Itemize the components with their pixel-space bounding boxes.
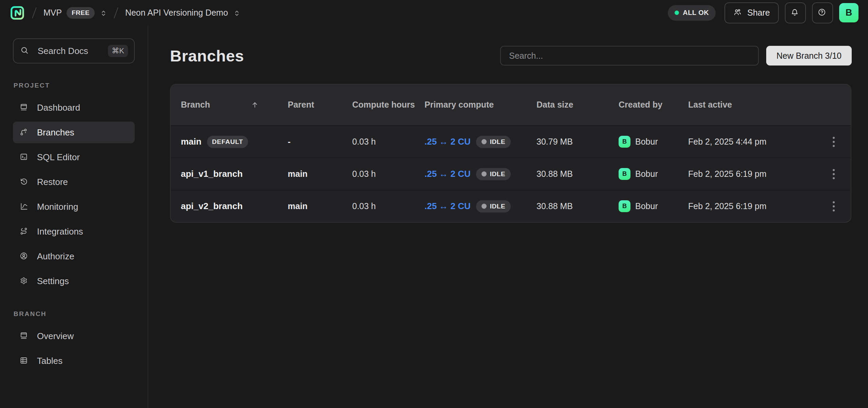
- column-header-created-by: Created by: [619, 99, 688, 110]
- search-icon: [20, 46, 30, 56]
- column-header-last-active: Last active: [688, 99, 817, 110]
- plan-badge: FREE: [67, 7, 95, 19]
- default-badge: DEFAULT: [207, 136, 248, 148]
- breadcrumb-org[interactable]: MVP FREE: [43, 7, 107, 19]
- state-dot-icon: [482, 171, 487, 177]
- chevron-selector-icon: [99, 9, 107, 17]
- status-dot-icon: [675, 11, 679, 15]
- branch-name[interactable]: main: [181, 136, 202, 147]
- creator-name: Bobur: [635, 169, 658, 179]
- last-active: Feb 2, 2025 4:44 pm: [688, 137, 817, 147]
- primary-compute-link[interactable]: .25 ↔ 2 CU: [424, 136, 471, 147]
- settings-icon: [20, 277, 29, 286]
- creator-avatar: B: [619, 200, 630, 212]
- sidebar-item-monitoring[interactable]: Monitoring: [13, 196, 135, 218]
- state-dot-icon: [482, 204, 487, 209]
- sidebar: Search Docs ⌘K PROJECT Dashboard Branche…: [0, 25, 148, 408]
- integrations-icon: [20, 227, 29, 236]
- org-name: MVP: [43, 8, 62, 18]
- help-icon: [818, 8, 827, 18]
- column-header-primary-compute: Primary compute: [424, 99, 536, 110]
- search-docs-label: Search Docs: [38, 46, 108, 56]
- page-title: Branches: [170, 47, 244, 65]
- table-row[interactable]: main DEFAULT - 0.03 h .25 ↔ 2 CU IDLE 30…: [171, 125, 851, 157]
- sidebar-item-dashboard[interactable]: Dashboard: [13, 97, 135, 118]
- users-icon: [733, 8, 743, 18]
- authorize-icon: [20, 252, 29, 261]
- data-size: 30.88 MB: [536, 169, 619, 179]
- notifications-button[interactable]: [785, 2, 806, 23]
- branches-table: Branch Parent Compute hours Primary comp…: [170, 84, 851, 223]
- column-header-compute-hours: Compute hours: [352, 99, 424, 110]
- search-docs-button[interactable]: Search Docs ⌘K: [13, 38, 135, 63]
- creator-avatar: B: [619, 168, 630, 180]
- sidebar-item-settings[interactable]: Settings: [13, 270, 135, 292]
- top-bar: MVP FREE Neon API Versioning Demo ALL OK…: [0, 0, 868, 25]
- chevron-selector-icon: [233, 9, 240, 17]
- help-button[interactable]: [812, 2, 833, 23]
- branch-name[interactable]: api_v2_branch: [181, 201, 243, 211]
- sidebar-item-branches[interactable]: Branches: [13, 122, 135, 143]
- table-header-row: Branch Parent Compute hours Primary comp…: [171, 85, 851, 125]
- parent-branch: main: [288, 169, 352, 179]
- sidebar-item-sql-editor[interactable]: SQL Editor: [13, 146, 135, 168]
- breadcrumb-separator: [32, 7, 37, 18]
- parent-branch: main: [288, 201, 352, 211]
- compute-hours: 0.03 h: [352, 169, 424, 179]
- project-name: Neon API Versioning Demo: [125, 8, 228, 18]
- sidebar-section-project: PROJECT Dashboard Branches SQL Editor Re…: [13, 82, 135, 292]
- sidebar-item-restore[interactable]: Restore: [13, 171, 135, 193]
- row-menu-button[interactable]: [829, 133, 838, 150]
- branch-name[interactable]: api_v1_branch: [181, 169, 243, 179]
- compute-state-badge: IDLE: [476, 136, 511, 148]
- sidebar-item-authorize[interactable]: Authorize: [13, 245, 135, 267]
- tables-icon: [20, 356, 29, 366]
- creator-avatar: B: [619, 136, 630, 148]
- row-menu-button[interactable]: [829, 166, 838, 183]
- last-active: Feb 2, 2025 6:19 pm: [688, 169, 817, 179]
- share-button[interactable]: Share: [724, 2, 779, 23]
- table-row[interactable]: api_v2_branch main 0.03 h .25 ↔ 2 CU IDL…: [171, 190, 851, 222]
- branch-search-input[interactable]: [500, 46, 759, 66]
- section-heading: PROJECT: [14, 82, 135, 89]
- column-header-data-size: Data size: [536, 99, 619, 110]
- column-header-parent: Parent: [288, 99, 352, 110]
- column-header-branch[interactable]: Branch: [181, 99, 288, 110]
- status-badge[interactable]: ALL OK: [668, 5, 716, 21]
- creator-name: Bobur: [635, 137, 658, 147]
- breadcrumb-separator: [114, 7, 118, 18]
- primary-compute-link[interactable]: .25 ↔ 2 CU: [424, 201, 471, 211]
- branches-icon: [20, 128, 29, 137]
- section-heading: BRANCH: [14, 310, 135, 318]
- last-active: Feb 2, 2025 6:19 pm: [688, 201, 817, 211]
- primary-compute-link[interactable]: .25 ↔ 2 CU: [424, 169, 471, 179]
- compute-hours: 0.03 h: [352, 201, 424, 211]
- compute-state-badge: IDLE: [476, 168, 511, 180]
- table-row[interactable]: api_v1_branch main 0.03 h .25 ↔ 2 CU IDL…: [171, 157, 851, 190]
- dashboard-icon: [20, 103, 29, 112]
- overview-icon: [20, 332, 29, 341]
- keyboard-shortcut-badge: ⌘K: [108, 45, 128, 57]
- main-content: Branches New Branch 3/10 Branch Parent C…: [148, 25, 868, 408]
- creator-name: Bobur: [635, 201, 658, 211]
- share-label: Share: [747, 8, 770, 18]
- compute-hours: 0.03 h: [352, 137, 424, 147]
- compute-state-badge: IDLE: [476, 200, 511, 212]
- status-label: ALL OK: [683, 9, 709, 17]
- sidebar-item-overview[interactable]: Overview: [13, 325, 135, 347]
- data-size: 30.88 MB: [536, 201, 619, 211]
- parent-branch: -: [288, 137, 352, 147]
- sort-ascending-icon[interactable]: [251, 101, 259, 109]
- breadcrumb-project[interactable]: Neon API Versioning Demo: [125, 8, 240, 18]
- data-size: 30.79 MB: [536, 137, 619, 147]
- state-dot-icon: [482, 139, 487, 144]
- sidebar-item-tables[interactable]: Tables: [13, 350, 135, 372]
- new-branch-button[interactable]: New Branch 3/10: [766, 46, 852, 66]
- bell-icon: [791, 8, 800, 18]
- user-avatar[interactable]: B: [839, 3, 858, 22]
- neon-logo-icon[interactable]: [10, 5, 25, 21]
- sidebar-item-integrations[interactable]: Integrations: [13, 221, 135, 242]
- row-menu-button[interactable]: [829, 198, 838, 215]
- sidebar-section-branch: BRANCH Overview Tables: [13, 310, 135, 372]
- monitoring-icon: [20, 202, 29, 211]
